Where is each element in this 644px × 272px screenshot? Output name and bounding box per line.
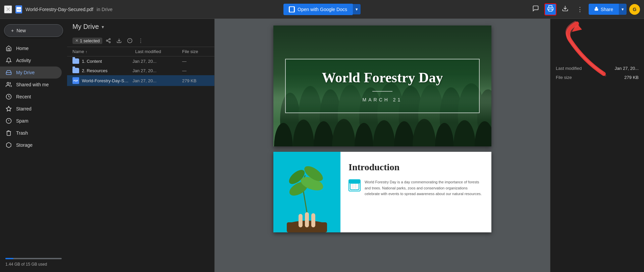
svg-rect-56 bbox=[350, 181, 359, 184]
pdf-page-2: Introduction bbox=[273, 152, 491, 232]
more-selection-button[interactable]: ⋮ bbox=[136, 36, 145, 45]
file-type-icon: PDF bbox=[15, 5, 22, 13]
recent-icon bbox=[5, 93, 12, 100]
drive-header: My Drive ▾ bbox=[67, 19, 214, 35]
storage-label: Storage bbox=[16, 142, 33, 148]
spam-icon bbox=[5, 118, 12, 124]
file-size: — bbox=[182, 59, 209, 64]
table-row[interactable]: 2. Resources Jan 27, 20... — bbox=[67, 66, 214, 75]
topbar: ✕ PDF World-Forestry-Day-Secured.pdf in … bbox=[0, 0, 644, 19]
download-selection-button[interactable] bbox=[114, 36, 124, 45]
pdf-file-icon: PDF bbox=[16, 7, 21, 12]
pdf-file-icon: PDF bbox=[72, 77, 79, 84]
sidebar-item-home[interactable]: Home bbox=[0, 42, 62, 54]
open-docs-label: Open with Google Docs bbox=[298, 7, 347, 12]
file-name: 2. Resources bbox=[82, 68, 130, 73]
svg-point-15 bbox=[109, 42, 110, 43]
close-icon: ✕ bbox=[6, 6, 11, 13]
storage-section: 1.44 GB of 15 GB used bbox=[0, 253, 67, 269]
my-drive-label: My Drive bbox=[16, 70, 35, 75]
selected-badge: ✕ 1 selected bbox=[72, 38, 102, 44]
share-button[interactable]: Share bbox=[589, 4, 619, 15]
intro-paragraph: World Forestry Day is a day commemoratin… bbox=[365, 179, 483, 197]
comment-button[interactable] bbox=[530, 3, 542, 15]
col-name-header[interactable]: Name ↑ bbox=[72, 49, 135, 54]
file-name: World-Forestry-Day-Secured.pdf bbox=[82, 78, 130, 83]
calendar-icon bbox=[348, 179, 361, 191]
svg-rect-2 bbox=[549, 9, 552, 11]
page1-title-box: World Forestry Day MARCH 21 bbox=[285, 59, 480, 113]
open-docs-button[interactable]: Open with Google Docs bbox=[283, 4, 353, 15]
svg-rect-48 bbox=[299, 214, 303, 227]
sidebar-item-my-drive[interactable]: My Drive bbox=[0, 66, 62, 79]
svg-point-7 bbox=[7, 82, 9, 84]
activity-icon bbox=[5, 57, 12, 64]
close-selection-icon[interactable]: ✕ bbox=[75, 38, 78, 43]
trash-icon bbox=[5, 130, 12, 136]
file-modified: Jan 27, 20... bbox=[132, 59, 179, 64]
pdf-viewer: World Forestry Day MARCH 21 bbox=[215, 19, 550, 272]
sidebar-item-trash[interactable]: Trash bbox=[0, 127, 62, 139]
storage-text-label: 1.44 GB of 15 GB used bbox=[5, 262, 62, 267]
svg-marker-9 bbox=[6, 106, 11, 111]
home-icon bbox=[5, 45, 12, 52]
spam-label: Spam bbox=[16, 118, 29, 124]
info-row-modified: Last modified Jan 27, 20... bbox=[556, 64, 639, 72]
location-label: in Drive bbox=[97, 7, 112, 12]
close-button[interactable]: ✕ bbox=[4, 5, 12, 13]
share-dropdown-button[interactable]: ▾ bbox=[619, 4, 627, 15]
pdf-page-1: World Forestry Day MARCH 21 bbox=[273, 26, 491, 146]
forest-background: World Forestry Day MARCH 21 bbox=[273, 26, 491, 146]
download-button[interactable] bbox=[559, 3, 571, 15]
sidebar-item-activity[interactable]: Activity bbox=[0, 54, 62, 66]
topbar-left: ✕ PDF World-Forestry-Day-Secured.pdf in … bbox=[4, 5, 280, 13]
svg-rect-55 bbox=[350, 181, 359, 190]
share-button-group: Share ▾ bbox=[589, 4, 627, 15]
starred-icon bbox=[5, 105, 12, 112]
info-selection-button[interactable] bbox=[125, 36, 135, 45]
page2-left-panel bbox=[273, 152, 340, 232]
svg-rect-57 bbox=[352, 180, 353, 183]
new-label: New bbox=[16, 28, 26, 33]
sort-icon: ↑ bbox=[86, 50, 88, 54]
drive-title: My Drive bbox=[72, 23, 99, 31]
more-options-button[interactable]: ⋮ bbox=[574, 3, 586, 15]
size-value: 279 KB bbox=[624, 75, 639, 80]
print-button[interactable] bbox=[544, 3, 556, 15]
new-button[interactable]: + New bbox=[4, 24, 63, 37]
main-content: + New Home Activity My Drive Shared w bbox=[0, 19, 644, 272]
svg-line-17 bbox=[108, 39, 109, 40]
col-size-header[interactable]: File size bbox=[182, 49, 209, 54]
file-browser: My Drive ▾ ✕ 1 selected ⋮ Name ↑ bbox=[67, 19, 215, 272]
sidebar-item-shared[interactable]: Shared with me bbox=[0, 79, 62, 91]
svg-rect-58 bbox=[356, 180, 357, 183]
sidebar-item-spam[interactable]: Spam bbox=[0, 115, 62, 127]
drive-dropdown-icon[interactable]: ▾ bbox=[102, 24, 104, 30]
sidebar-item-storage[interactable]: Storage bbox=[0, 139, 62, 151]
share-selection-button[interactable] bbox=[104, 36, 113, 45]
home-label: Home bbox=[16, 46, 29, 51]
svg-point-13 bbox=[109, 38, 110, 40]
user-avatar[interactable]: G bbox=[629, 4, 640, 15]
svg-rect-49 bbox=[305, 212, 309, 227]
storage-icon bbox=[5, 142, 12, 148]
google-docs-icon bbox=[289, 6, 295, 12]
storage-bar-background bbox=[5, 258, 62, 259]
table-row[interactable]: 1. Content Jan 27, 20... — bbox=[67, 56, 214, 66]
pdf-title: World Forestry Day bbox=[303, 70, 462, 86]
table-row[interactable]: PDF World-Forestry-Day-Secured.pdf Jan 2… bbox=[67, 75, 214, 86]
sidebar-item-starred[interactable]: Starred bbox=[0, 103, 62, 115]
my-drive-icon bbox=[5, 69, 12, 76]
modified-value: Jan 27, 20... bbox=[614, 66, 639, 71]
starred-label: Starred bbox=[16, 106, 32, 111]
col-modified-header[interactable]: Last modified bbox=[135, 49, 182, 54]
svg-line-16 bbox=[108, 41, 109, 42]
open-docs-dropdown-button[interactable]: ▾ bbox=[353, 4, 361, 14]
svg-rect-4 bbox=[594, 8, 598, 10]
sidebar-item-recent[interactable]: Recent bbox=[0, 91, 62, 103]
file-size: — bbox=[182, 68, 209, 73]
svg-text:PDF: PDF bbox=[17, 9, 21, 11]
lock-icon bbox=[594, 6, 599, 12]
file-list: 1. Content Jan 27, 20... — 2. Resources … bbox=[67, 56, 214, 272]
svg-point-14 bbox=[106, 40, 108, 41]
